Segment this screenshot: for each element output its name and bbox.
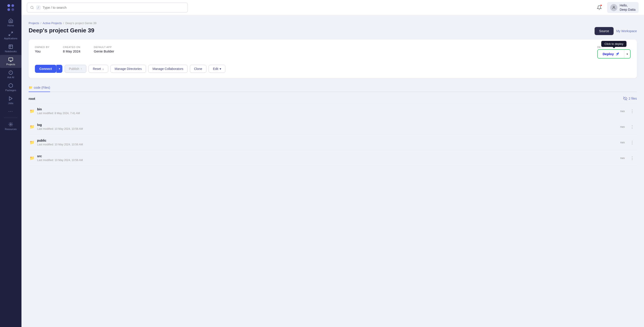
connect-button-group: Connect ▾ (35, 65, 62, 73)
reset-button[interactable]: Reset ↓ (88, 65, 108, 73)
app-logo (6, 3, 16, 12)
svg-point-1 (12, 4, 14, 7)
file-row[interactable]: 📁 bin Last modified: 8 May 2024, 7:41 AM… (28, 103, 637, 119)
file-row[interactable]: 📁 log Last modified: 10 May 2024, 10:56 … (28, 119, 637, 135)
folder-icon-bin: 📁 (30, 109, 34, 114)
deploy-wrapper: Click to deploy Deploy ▾ (597, 49, 630, 58)
workspace-button[interactable]: My Workspace (616, 29, 637, 33)
topbar: / Hello, Deep Datta (22, 0, 644, 15)
svg-rect-7 (9, 58, 13, 61)
project-card: OWNED BY You CREATED ON 8 May 2024 DEFAU… (28, 39, 637, 78)
deploy-tooltip: Click to deploy (601, 41, 626, 47)
jobs-icon (8, 96, 13, 101)
svg-point-3 (12, 8, 14, 11)
file-row[interactable]: 📁 public Last modified: 10 May 2024, 10:… (28, 135, 637, 150)
file-info-bin: bin Last modified: 8 May 2024, 7:41 AM (37, 107, 620, 115)
svg-point-2 (8, 8, 10, 11)
meta-owned-by: OWNED BY You (35, 46, 50, 58)
avatar (610, 4, 618, 11)
svg-marker-9 (10, 97, 12, 100)
home-icon (8, 18, 13, 23)
file-info-src: src Last modified: 10 May 2024, 10:56 AM (37, 154, 620, 162)
folder-tab-icon: 📁 (28, 86, 32, 89)
edit-button[interactable]: Edit ▾ (209, 65, 226, 73)
files-count: 2 files (623, 96, 637, 100)
sidebar-divider (4, 118, 17, 118)
user-section[interactable]: Hello, Deep Datta (607, 2, 639, 13)
sidebar-item-applications[interactable]: Applications (0, 29, 22, 42)
meta-row: OWNED BY You CREATED ON 8 May 2024 DEFAU… (35, 46, 630, 58)
search-box[interactable]: / (27, 3, 188, 12)
applications-icon (8, 31, 13, 36)
file-row[interactable]: 📁 src Last modified: 10 May 2024, 10:56 … (28, 150, 637, 166)
page-header: Deep's project Genie 39 Source My Worksp… (28, 27, 637, 35)
file-info-public: public Last modified: 10 May 2024, 10:56… (37, 139, 620, 146)
connect-button[interactable]: Connect (35, 65, 56, 73)
topbar-right: Hello, Deep Datta (595, 2, 639, 13)
packages-icon (8, 83, 13, 88)
sidebar-item-jobs[interactable]: Jobs (0, 94, 22, 107)
files-tabs: 📁 code (Files) (28, 83, 637, 92)
search-input[interactable] (43, 5, 184, 9)
files-root-header: root 2 files (28, 96, 637, 100)
file-menu-public[interactable]: ⋮ (628, 139, 636, 146)
connect-chevron-button[interactable]: ▾ (56, 65, 62, 73)
files-section: 📁 code (Files) root 2 files 📁 bin Last (28, 83, 637, 166)
deploy-chevron-button[interactable]: ▾ (624, 50, 630, 58)
clone-button[interactable]: Clone (190, 65, 206, 73)
breadcrumb-active-projects[interactable]: Active Projects (43, 21, 62, 25)
meta-default-app: DEFAULT APP Genie Builder (94, 46, 114, 58)
breadcrumb-projects[interactable]: Projects (28, 21, 39, 25)
resources-icon (8, 122, 13, 127)
search-slash: / (36, 5, 40, 9)
sidebar-item-packages[interactable]: Packages (0, 81, 22, 94)
sidebar-item-home[interactable]: Home (0, 16, 22, 29)
file-menu-src[interactable]: ⋮ (628, 155, 636, 161)
user-icon (612, 5, 616, 9)
notification-button[interactable] (595, 3, 604, 12)
eye-slash-icon (623, 96, 627, 100)
manage-collaborators-button[interactable]: Manage Collaborators (148, 65, 188, 73)
content-area: Projects / Active Projects / Deep's proj… (22, 15, 644, 327)
svg-point-11 (31, 6, 33, 8)
search-icon (30, 5, 34, 9)
file-info-log: log Last modified: 10 May 2024, 10:56 AM (37, 123, 620, 130)
svg-point-0 (8, 4, 10, 7)
folder-icon-public: 📁 (30, 140, 34, 145)
manage-directories-button[interactable]: Manage Directories (110, 65, 146, 73)
sidebar-item-projects[interactable]: Projects (0, 55, 22, 68)
sidebar-item-resources[interactable]: Resources (0, 120, 22, 133)
svg-line-12 (33, 8, 33, 9)
meta-created-on: CREATED ON 8 May 2024 (63, 46, 80, 58)
file-list: 📁 bin Last modified: 8 May 2024, 7:41 AM… (28, 103, 637, 166)
tab-code-files[interactable]: 📁 code (Files) (28, 83, 50, 92)
sidebar-item-askai[interactable]: Ask AI (0, 68, 22, 81)
file-menu-log[interactable]: ⋮ (628, 123, 636, 130)
folder-icon-src: 📁 (30, 156, 34, 161)
deploy-btn-group: Deploy ▾ (597, 49, 630, 58)
main-wrap: / Hello, Deep Datta Projects / (22, 0, 644, 327)
breadcrumb-current: Deep's project Genie 39 (65, 21, 96, 25)
file-menu-bin[interactable]: ⋮ (628, 108, 636, 115)
notification-dot (600, 4, 602, 6)
meta-deploy: DE... Click to deploy Deploy ▾ (597, 46, 630, 58)
svg-point-10 (10, 124, 12, 125)
svg-point-13 (613, 6, 614, 7)
sidebar: Home Applications Notebooks Projects Ask… (0, 0, 22, 327)
root-label: root (28, 97, 35, 100)
header-actions: Source My Workspace (594, 27, 637, 35)
folder-icon-log: 📁 (30, 124, 34, 129)
action-row: Connect ▾ Publish ↑ Reset ↓ Manage Direc… (35, 65, 630, 73)
source-button[interactable]: Source (594, 27, 613, 35)
rocket-icon (616, 52, 619, 56)
page-title: Deep's project Genie 39 (28, 27, 94, 34)
askai-icon (8, 70, 13, 75)
svg-rect-4 (9, 45, 13, 49)
sidebar-item-more[interactable]: ··· (0, 107, 22, 116)
breadcrumb: Projects / Active Projects / Deep's proj… (28, 21, 637, 25)
sidebar-item-notebooks[interactable]: Notebooks (0, 42, 22, 55)
projects-icon (8, 57, 13, 62)
notebooks-icon (8, 44, 13, 49)
publish-button[interactable]: Publish ↑ (64, 65, 86, 73)
deploy-button[interactable]: Deploy (598, 50, 624, 58)
